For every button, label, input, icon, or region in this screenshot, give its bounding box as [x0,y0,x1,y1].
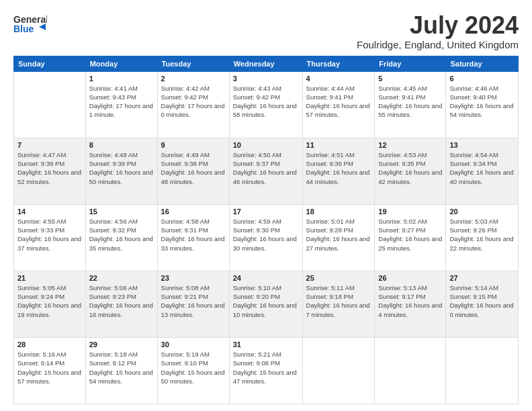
table-cell: 26Sunrise: 5:13 AM Sunset: 9:17 PM Dayli… [375,271,446,337]
day-number: 22 [89,274,154,282]
day-number: 8 [89,141,154,149]
table-cell: 18Sunrise: 5:01 AM Sunset: 9:28 PM Dayli… [302,204,375,271]
table-cell: 11Sunrise: 4:51 AM Sunset: 9:36 PM Dayli… [302,138,375,204]
day-number: 17 [233,208,299,216]
table-cell: 22Sunrise: 5:06 AM Sunset: 9:23 PM Dayli… [85,271,157,337]
table-cell: 19Sunrise: 5:02 AM Sunset: 9:27 PM Dayli… [375,204,446,271]
day-info: Sunrise: 4:49 AM Sunset: 9:38 PM Dayligh… [161,150,226,186]
day-info: Sunrise: 5:08 AM Sunset: 9:21 PM Dayligh… [161,283,226,319]
day-number: 14 [17,208,82,216]
table-cell [446,337,519,404]
table-cell: 1Sunrise: 4:41 AM Sunset: 9:43 PM Daylig… [85,71,157,138]
day-info: Sunrise: 5:18 AM Sunset: 9:12 PM Dayligh… [89,350,154,385]
day-number: 5 [378,75,442,83]
day-info: Sunrise: 5:14 AM Sunset: 9:15 PM Dayligh… [449,283,515,319]
table-cell: 9Sunrise: 4:49 AM Sunset: 9:38 PM Daylig… [157,138,229,204]
table-cell: 25Sunrise: 5:11 AM Sunset: 9:18 PM Dayli… [302,271,375,337]
day-number: 4 [306,75,371,83]
day-number: 18 [306,208,371,216]
svg-text:Blue: Blue [13,24,34,34]
table-cell: 3Sunrise: 4:43 AM Sunset: 9:42 PM Daylig… [229,71,302,138]
calendar-table: Sunday Monday Tuesday Wednesday Thursday… [13,56,519,404]
day-number: 11 [306,141,371,149]
table-cell: 12Sunrise: 4:53 AM Sunset: 9:35 PM Dayli… [375,138,446,204]
table-cell: 7Sunrise: 4:47 AM Sunset: 9:39 PM Daylig… [14,138,86,204]
day-info: Sunrise: 4:51 AM Sunset: 9:36 PM Dayligh… [306,150,371,186]
day-info: Sunrise: 5:05 AM Sunset: 9:24 PM Dayligh… [17,283,82,319]
day-number: 29 [89,340,154,349]
table-cell: 29Sunrise: 5:18 AM Sunset: 9:12 PM Dayli… [85,337,157,404]
col-tuesday: Tuesday [157,56,229,71]
day-info: Sunrise: 4:50 AM Sunset: 9:37 PM Dayligh… [233,150,299,186]
table-cell: 31Sunrise: 5:21 AM Sunset: 9:08 PM Dayli… [229,337,302,404]
logo: General Blue [13,12,47,42]
table-cell: 5Sunrise: 4:45 AM Sunset: 9:41 PM Daylig… [375,71,446,138]
day-info: Sunrise: 5:06 AM Sunset: 9:23 PM Dayligh… [89,283,154,319]
day-number: 24 [233,274,299,282]
table-cell: 27Sunrise: 5:14 AM Sunset: 9:15 PM Dayli… [446,271,519,337]
day-info: Sunrise: 4:42 AM Sunset: 9:42 PM Dayligh… [161,84,226,120]
day-number: 26 [378,274,442,282]
table-cell: 20Sunrise: 5:03 AM Sunset: 9:26 PM Dayli… [446,204,519,271]
col-thursday: Thursday [302,56,375,71]
logo-icon: General Blue [13,12,47,39]
table-cell: 4Sunrise: 4:44 AM Sunset: 9:41 PM Daylig… [302,71,375,138]
page: General Blue July 2024 Foulridge, Englan… [0,0,532,411]
day-number: 21 [17,274,82,282]
table-cell: 28Sunrise: 5:16 AM Sunset: 9:14 PM Dayli… [14,337,86,404]
table-cell: 17Sunrise: 4:59 AM Sunset: 9:30 PM Dayli… [229,204,302,271]
day-number: 15 [89,208,154,216]
day-info: Sunrise: 4:55 AM Sunset: 9:33 PM Dayligh… [17,217,82,253]
day-info: Sunrise: 5:16 AM Sunset: 9:14 PM Dayligh… [17,350,82,385]
day-info: Sunrise: 5:13 AM Sunset: 9:17 PM Dayligh… [378,283,442,319]
day-info: Sunrise: 5:19 AM Sunset: 9:10 PM Dayligh… [161,350,226,385]
day-info: Sunrise: 5:03 AM Sunset: 9:26 PM Dayligh… [449,217,515,253]
table-cell: 23Sunrise: 5:08 AM Sunset: 9:21 PM Dayli… [157,271,229,337]
day-number: 16 [161,208,226,216]
table-cell: 16Sunrise: 4:58 AM Sunset: 9:31 PM Dayli… [157,204,229,271]
table-cell: 24Sunrise: 5:10 AM Sunset: 9:20 PM Dayli… [229,271,302,337]
day-number: 9 [161,141,226,149]
table-cell: 13Sunrise: 4:54 AM Sunset: 9:34 PM Dayli… [446,138,519,204]
day-number: 23 [161,274,226,282]
day-number: 6 [449,75,515,83]
day-number: 27 [449,274,515,282]
table-cell [375,337,446,404]
table-cell: 6Sunrise: 4:46 AM Sunset: 9:40 PM Daylig… [446,71,519,138]
table-cell: 2Sunrise: 4:42 AM Sunset: 9:42 PM Daylig… [157,71,229,138]
subtitle: Foulridge, England, United Kingdom [357,39,519,50]
day-info: Sunrise: 5:21 AM Sunset: 9:08 PM Dayligh… [233,350,299,385]
day-number: 25 [306,274,371,282]
day-number: 13 [449,141,515,149]
day-info: Sunrise: 4:46 AM Sunset: 9:40 PM Dayligh… [449,84,515,120]
table-cell: 15Sunrise: 4:56 AM Sunset: 9:32 PM Dayli… [85,204,157,271]
col-wednesday: Wednesday [229,56,302,71]
table-cell: 30Sunrise: 5:19 AM Sunset: 9:10 PM Dayli… [157,337,229,404]
day-number: 1 [89,75,154,83]
day-info: Sunrise: 4:43 AM Sunset: 9:42 PM Dayligh… [233,84,299,120]
day-number: 31 [233,340,299,349]
day-info: Sunrise: 4:56 AM Sunset: 9:32 PM Dayligh… [89,217,154,253]
day-number: 12 [378,141,442,149]
day-info: Sunrise: 4:53 AM Sunset: 9:35 PM Dayligh… [378,150,442,186]
col-sunday: Sunday [14,56,86,71]
day-info: Sunrise: 4:41 AM Sunset: 9:43 PM Dayligh… [89,84,154,120]
table-cell: 21Sunrise: 5:05 AM Sunset: 9:24 PM Dayli… [14,271,86,337]
day-number: 7 [17,141,82,149]
table-cell: 14Sunrise: 4:55 AM Sunset: 9:33 PM Dayli… [14,204,86,271]
header: General Blue July 2024 Foulridge, Englan… [13,12,519,50]
day-info: Sunrise: 4:54 AM Sunset: 9:34 PM Dayligh… [449,150,515,186]
col-monday: Monday [85,56,157,71]
day-number: 30 [161,340,226,349]
day-number: 19 [378,208,442,216]
day-info: Sunrise: 5:02 AM Sunset: 9:27 PM Dayligh… [378,217,442,253]
day-number: 10 [233,141,299,149]
table-cell [14,71,86,138]
day-number: 2 [161,75,226,83]
day-info: Sunrise: 4:48 AM Sunset: 9:39 PM Dayligh… [89,150,154,186]
day-number: 20 [449,208,515,216]
calendar-header-row: Sunday Monday Tuesday Wednesday Thursday… [14,56,519,71]
title-block: July 2024 Foulridge, England, United Kin… [357,12,519,50]
day-info: Sunrise: 4:59 AM Sunset: 9:30 PM Dayligh… [233,217,299,253]
table-cell [302,337,375,404]
